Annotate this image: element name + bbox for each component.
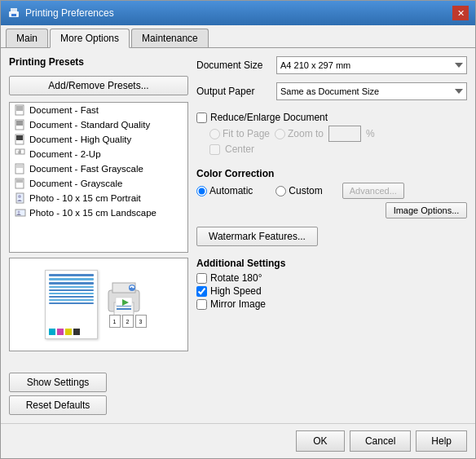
copy-icon-3: 3 (135, 315, 147, 328)
document-size-select[interactable]: A4 210 x 297 mm (276, 56, 467, 74)
preset-item-photo-landscape[interactable]: Photo - 10 x 15 cm Landscape (10, 205, 187, 220)
title-bar-controls: ✕ (452, 6, 469, 20)
preset-icon-photo-portrait (15, 192, 26, 204)
zoom-to-option: Zoom to (275, 128, 324, 139)
output-paper-select[interactable]: Same as Document Size (276, 82, 467, 100)
preview-line-9 (49, 302, 94, 304)
zoom-to-label: Zoom to (288, 128, 324, 139)
center-row: Center (209, 143, 467, 155)
ok-button[interactable]: OK (296, 430, 345, 452)
copy-icon-2: 2 (122, 315, 134, 328)
reduce-enlarge-section: Reduce/Enlarge Document Fit to Page Zoom… (196, 112, 467, 155)
zoom-to-radio[interactable] (275, 129, 285, 139)
svg-rect-24 (16, 193, 24, 203)
svg-point-27 (18, 211, 20, 214)
custom-option: Custom (275, 185, 322, 196)
tab-bar: Main More Options Maintenance (1, 25, 475, 48)
fit-to-page-radio[interactable] (209, 129, 220, 139)
preview-line-7 (49, 296, 94, 298)
close-button[interactable]: ✕ (452, 6, 469, 20)
preview-line-8 (49, 299, 94, 301)
content-area: Printing Presets Add/Remove Presets... D… (1, 48, 475, 423)
cancel-button[interactable]: Cancel (350, 430, 411, 452)
preview-line-6 (49, 293, 94, 294)
fit-zoom-row: Fit to Page Zoom to % (209, 126, 467, 142)
left-buttons: Show Settings Reset Defaults (9, 373, 188, 415)
additional-settings-title: Additional Settings (196, 258, 467, 269)
center-checkbox[interactable] (209, 144, 220, 155)
mirror-image-row: Mirror Image (196, 298, 467, 310)
preset-item-photo-portrait[interactable]: Photo - 10 x 15 cm Portrait (10, 191, 187, 205)
cyan-block (49, 329, 55, 335)
svg-rect-16 (20, 149, 24, 154)
image-options-button[interactable]: Image Options... (386, 202, 467, 218)
printer-title-icon (7, 7, 20, 20)
window-title: Printing Preferences (25, 7, 114, 19)
add-remove-presets-button[interactable]: Add/Remove Presets... (9, 76, 188, 95)
reduce-enlarge-row: Reduce/Enlarge Document (196, 112, 467, 123)
preview-line-3 (49, 282, 94, 285)
copy-icon-1: 1 (109, 315, 121, 328)
reduce-enlarge-label: Reduce/Enlarge Document (210, 112, 328, 123)
mirror-image-label: Mirror Image (210, 298, 266, 310)
preview-line-2 (49, 278, 94, 280)
high-speed-label: High Speed (210, 285, 262, 297)
svg-rect-1 (11, 8, 17, 12)
reduce-enlarge-checkbox[interactable] (196, 113, 207, 123)
bottom-buttons: OK Cancel Help (1, 423, 475, 458)
zoom-percent-label: % (366, 128, 375, 139)
tab-more-options[interactable]: More Options (50, 29, 130, 48)
automatic-option: Automatic (196, 185, 253, 196)
right-panel: Document Size A4 210 x 297 mm Output Pap… (196, 56, 467, 415)
preset-icon-gray (15, 178, 26, 189)
preset-item-standard[interactable]: Document - Standard Quality (10, 117, 187, 132)
copy-icons: 1 2 3 (109, 315, 147, 328)
help-button[interactable]: Help (416, 430, 467, 452)
zoom-percent-input[interactable] (328, 126, 361, 142)
show-settings-button[interactable]: Show Settings (9, 373, 107, 392)
preset-icon-fast-gray (15, 163, 26, 174)
fit-to-page-label: Fit to Page (223, 128, 270, 139)
custom-radio[interactable] (275, 186, 286, 196)
preview-line-4 (49, 286, 94, 288)
svg-point-25 (18, 195, 21, 198)
watermark-button[interactable]: Watermark Features... (196, 227, 318, 246)
preset-item-fast[interactable]: Document - Fast (10, 103, 187, 117)
high-speed-checkbox[interactable] (196, 286, 207, 297)
reset-defaults-button[interactable]: Reset Defaults (9, 395, 107, 415)
preset-icon-standard (15, 119, 26, 130)
svg-rect-32 (117, 308, 131, 310)
page-preview (45, 270, 98, 339)
tab-maintenance[interactable]: Maintenance (131, 29, 209, 47)
svg-text:12: 12 (17, 150, 21, 154)
preset-item-2up[interactable]: 12 Document - 2-Up (10, 147, 187, 161)
document-size-label: Document Size (196, 60, 270, 71)
tab-main[interactable]: Main (6, 29, 48, 47)
preset-item-high-quality[interactable]: Document - High Quality (10, 132, 187, 147)
yellow-block (65, 329, 72, 335)
preset-icon-hq (15, 134, 26, 145)
main-window: Printing Preferences ✕ Main More Options… (0, 0, 476, 459)
color-options-row: Automatic Custom Advanced... (196, 183, 467, 199)
preset-item-gray[interactable]: Document - Grayscale (10, 176, 187, 191)
preset-item-fast-gray[interactable]: Document - Fast Grayscale (10, 161, 187, 176)
preview-line-5 (49, 289, 94, 291)
preset-icon-photo-landscape (15, 207, 26, 218)
title-bar: Printing Preferences ✕ (1, 1, 475, 25)
black-block (73, 329, 80, 335)
advanced-button[interactable]: Advanced... (342, 183, 404, 199)
title-bar-left: Printing Preferences (7, 7, 114, 20)
automatic-radio[interactable] (196, 186, 207, 196)
presets-list: Document - Fast Document - Standard Qual… (9, 102, 188, 253)
mirror-image-checkbox[interactable] (196, 299, 207, 310)
presets-title: Printing Presets (9, 56, 188, 68)
rotate-row: Rotate 180° (196, 272, 467, 284)
high-speed-row: High Speed (196, 285, 467, 297)
center-label: Center (225, 143, 254, 155)
rotate-checkbox[interactable] (196, 273, 207, 284)
color-bar (49, 329, 94, 335)
preset-icon-fast (15, 104, 26, 116)
automatic-label: Automatic (209, 185, 253, 196)
color-correction-section: Color Correction Automatic Custom Advanc… (196, 163, 467, 218)
preset-icon-2up: 12 (15, 148, 26, 160)
